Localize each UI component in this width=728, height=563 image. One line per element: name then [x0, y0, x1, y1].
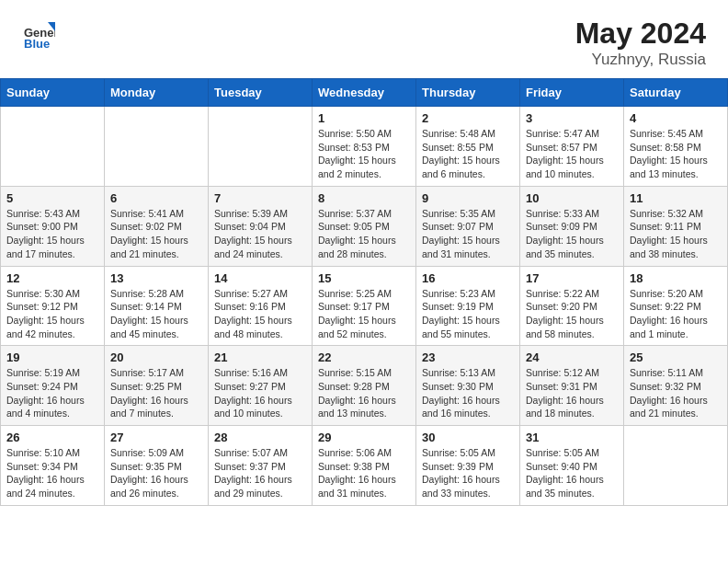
calendar-day-cell: 19Sunrise: 5:19 AM Sunset: 9:24 PM Dayli… [1, 346, 105, 426]
day-number: 18 [630, 271, 722, 285]
weekday-header: Wednesday [313, 79, 416, 107]
day-number: 10 [526, 191, 618, 205]
calendar-title: May 2024 [575, 17, 706, 51]
day-info: Sunrise: 5:48 AM Sunset: 8:55 PM Dayligh… [422, 127, 514, 181]
calendar-day-cell: 20Sunrise: 5:17 AM Sunset: 9:25 PM Dayli… [105, 346, 209, 426]
calendar-day-cell: 3Sunrise: 5:47 AM Sunset: 8:57 PM Daylig… [520, 107, 624, 187]
day-number: 19 [6, 350, 98, 364]
day-info: Sunrise: 5:27 AM Sunset: 9:16 PM Dayligh… [214, 287, 306, 341]
day-number: 8 [318, 191, 410, 205]
logo: General Blue [22, 17, 61, 50]
title-block: May 2024 Yuzhnyy, Russia [575, 17, 706, 69]
weekday-header: Sunday [1, 79, 105, 107]
day-info: Sunrise: 5:06 AM Sunset: 9:38 PM Dayligh… [318, 446, 410, 500]
calendar-header-row: SundayMondayTuesdayWednesdayThursdayFrid… [1, 79, 728, 107]
calendar-day-cell: 31Sunrise: 5:05 AM Sunset: 9:40 PM Dayli… [520, 426, 624, 506]
calendar-day-cell: 16Sunrise: 5:23 AM Sunset: 9:19 PM Dayli… [416, 266, 520, 346]
day-info: Sunrise: 5:33 AM Sunset: 9:09 PM Dayligh… [526, 207, 618, 261]
day-info: Sunrise: 5:50 AM Sunset: 8:53 PM Dayligh… [318, 127, 410, 181]
calendar-day-cell [209, 107, 313, 187]
calendar-day-cell [105, 107, 209, 187]
calendar-day-cell: 14Sunrise: 5:27 AM Sunset: 9:16 PM Dayli… [209, 266, 313, 346]
day-info: Sunrise: 5:05 AM Sunset: 9:39 PM Dayligh… [422, 446, 514, 500]
day-number: 23 [422, 350, 514, 364]
day-number: 4 [630, 111, 722, 125]
day-number: 22 [318, 350, 410, 364]
day-info: Sunrise: 5:30 AM Sunset: 9:12 PM Dayligh… [6, 287, 98, 341]
calendar-day-cell: 5Sunrise: 5:43 AM Sunset: 9:00 PM Daylig… [1, 186, 105, 266]
calendar-day-cell: 1Sunrise: 5:50 AM Sunset: 8:53 PM Daylig… [313, 107, 416, 187]
day-number: 27 [110, 431, 202, 444]
day-info: Sunrise: 5:47 AM Sunset: 8:57 PM Dayligh… [526, 127, 618, 181]
day-number: 25 [630, 350, 722, 364]
weekday-header: Tuesday [209, 79, 313, 107]
day-info: Sunrise: 5:35 AM Sunset: 9:07 PM Dayligh… [422, 207, 514, 261]
page-header: General Blue May 2024 Yuzhnyy, Russia [0, 0, 728, 78]
calendar-day-cell: 13Sunrise: 5:28 AM Sunset: 9:14 PM Dayli… [105, 266, 209, 346]
weekday-header: Monday [105, 79, 209, 107]
day-info: Sunrise: 5:16 AM Sunset: 9:27 PM Dayligh… [214, 366, 306, 420]
calendar-day-cell: 27Sunrise: 5:09 AM Sunset: 9:35 PM Dayli… [105, 426, 209, 506]
calendar-location: Yuzhnyy, Russia [575, 51, 706, 69]
day-number: 2 [422, 111, 514, 125]
calendar-day-cell [624, 426, 728, 506]
day-number: 12 [6, 271, 98, 285]
day-info: Sunrise: 5:17 AM Sunset: 9:25 PM Dayligh… [110, 366, 202, 420]
calendar-day-cell: 25Sunrise: 5:11 AM Sunset: 9:32 PM Dayli… [624, 346, 728, 426]
day-number: 1 [318, 111, 410, 125]
calendar-day-cell: 18Sunrise: 5:20 AM Sunset: 9:22 PM Dayli… [624, 266, 728, 346]
calendar-week-row: 1Sunrise: 5:50 AM Sunset: 8:53 PM Daylig… [1, 107, 728, 187]
day-number: 31 [526, 431, 618, 444]
day-number: 29 [318, 431, 410, 444]
day-number: 7 [214, 191, 306, 205]
day-number: 13 [110, 271, 202, 285]
day-number: 28 [214, 431, 306, 444]
calendar-day-cell: 28Sunrise: 5:07 AM Sunset: 9:37 PM Dayli… [209, 426, 313, 506]
day-info: Sunrise: 5:45 AM Sunset: 8:58 PM Dayligh… [630, 127, 722, 181]
weekday-header: Friday [520, 79, 624, 107]
calendar-day-cell: 6Sunrise: 5:41 AM Sunset: 9:02 PM Daylig… [105, 186, 209, 266]
day-number: 26 [6, 431, 98, 444]
day-number: 21 [214, 350, 306, 364]
day-info: Sunrise: 5:05 AM Sunset: 9:40 PM Dayligh… [526, 446, 618, 500]
calendar-day-cell: 30Sunrise: 5:05 AM Sunset: 9:39 PM Dayli… [416, 426, 520, 506]
calendar-day-cell: 26Sunrise: 5:10 AM Sunset: 9:34 PM Dayli… [1, 426, 105, 506]
day-number: 14 [214, 271, 306, 285]
day-info: Sunrise: 5:09 AM Sunset: 9:35 PM Dayligh… [110, 446, 202, 500]
day-info: Sunrise: 5:07 AM Sunset: 9:37 PM Dayligh… [214, 446, 306, 500]
day-info: Sunrise: 5:10 AM Sunset: 9:34 PM Dayligh… [6, 446, 98, 500]
calendar-week-row: 12Sunrise: 5:30 AM Sunset: 9:12 PM Dayli… [1, 266, 728, 346]
day-info: Sunrise: 5:25 AM Sunset: 9:17 PM Dayligh… [318, 287, 410, 341]
calendar-day-cell: 17Sunrise: 5:22 AM Sunset: 9:20 PM Dayli… [520, 266, 624, 346]
calendar-day-cell: 21Sunrise: 5:16 AM Sunset: 9:27 PM Dayli… [209, 346, 313, 426]
calendar-day-cell: 12Sunrise: 5:30 AM Sunset: 9:12 PM Dayli… [1, 266, 105, 346]
day-info: Sunrise: 5:12 AM Sunset: 9:31 PM Dayligh… [526, 366, 618, 420]
day-number: 6 [110, 191, 202, 205]
calendar-day-cell: 11Sunrise: 5:32 AM Sunset: 9:11 PM Dayli… [624, 186, 728, 266]
day-number: 3 [526, 111, 618, 125]
day-info: Sunrise: 5:22 AM Sunset: 9:20 PM Dayligh… [526, 287, 618, 341]
day-info: Sunrise: 5:32 AM Sunset: 9:11 PM Dayligh… [630, 207, 722, 261]
day-number: 24 [526, 350, 618, 364]
calendar-day-cell: 15Sunrise: 5:25 AM Sunset: 9:17 PM Dayli… [313, 266, 416, 346]
svg-text:Blue: Blue [24, 37, 50, 50]
calendar-day-cell: 24Sunrise: 5:12 AM Sunset: 9:31 PM Dayli… [520, 346, 624, 426]
logo-icon: General Blue [22, 17, 55, 50]
day-info: Sunrise: 5:15 AM Sunset: 9:28 PM Dayligh… [318, 366, 410, 420]
day-info: Sunrise: 5:11 AM Sunset: 9:32 PM Dayligh… [630, 366, 722, 420]
calendar-day-cell [1, 107, 105, 187]
calendar-day-cell: 9Sunrise: 5:35 AM Sunset: 9:07 PM Daylig… [416, 186, 520, 266]
day-number: 30 [422, 431, 514, 444]
calendar-day-cell: 4Sunrise: 5:45 AM Sunset: 8:58 PM Daylig… [624, 107, 728, 187]
day-number: 16 [422, 271, 514, 285]
day-info: Sunrise: 5:43 AM Sunset: 9:00 PM Dayligh… [6, 207, 98, 261]
calendar-day-cell: 2Sunrise: 5:48 AM Sunset: 8:55 PM Daylig… [416, 107, 520, 187]
day-number: 9 [422, 191, 514, 205]
day-info: Sunrise: 5:19 AM Sunset: 9:24 PM Dayligh… [6, 366, 98, 420]
day-info: Sunrise: 5:37 AM Sunset: 9:05 PM Dayligh… [318, 207, 410, 261]
calendar-day-cell: 22Sunrise: 5:15 AM Sunset: 9:28 PM Dayli… [313, 346, 416, 426]
day-info: Sunrise: 5:28 AM Sunset: 9:14 PM Dayligh… [110, 287, 202, 341]
day-info: Sunrise: 5:20 AM Sunset: 9:22 PM Dayligh… [630, 287, 722, 341]
day-info: Sunrise: 5:23 AM Sunset: 9:19 PM Dayligh… [422, 287, 514, 341]
day-number: 17 [526, 271, 618, 285]
